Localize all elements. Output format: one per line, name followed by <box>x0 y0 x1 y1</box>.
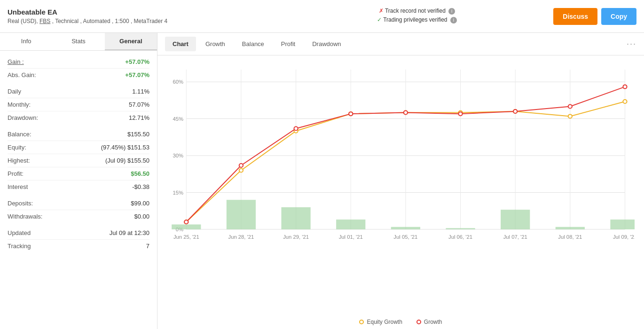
trading-privileges-status: ✓ Trading privileges verified i <box>281 16 554 24</box>
copy-button[interactable]: Copy <box>601 8 636 25</box>
chart-tab-profit[interactable]: Profit <box>274 37 303 51</box>
svg-point-45 <box>623 85 627 89</box>
svg-point-43 <box>513 110 517 113</box>
svg-rect-26 <box>556 227 585 229</box>
svg-text:60%: 60% <box>173 79 184 85</box>
tab-info[interactable]: Info <box>0 33 52 50</box>
svg-rect-23 <box>391 227 420 229</box>
chart-tab-growth[interactable]: Growth <box>198 37 233 51</box>
highest-value: (Jul 09) $155.50 <box>105 157 149 164</box>
abs-gain-value: +57.07% <box>125 71 149 78</box>
tracking-value: 7 <box>146 243 149 250</box>
svg-rect-21 <box>281 207 310 229</box>
svg-rect-22 <box>336 219 365 229</box>
highest-label: Highest: <box>8 157 30 164</box>
monthly-label: Monthly: <box>8 101 31 108</box>
svg-text:Jun 28, '21: Jun 28, '21 <box>228 234 254 240</box>
svg-rect-25 <box>501 210 530 229</box>
interest-value: -$0.38 <box>132 183 149 190</box>
drawdown-label: Drawdown: <box>8 114 38 121</box>
equity-growth-label: Equity Growth <box>367 319 402 325</box>
chart-tab-balance[interactable]: Balance <box>235 37 272 51</box>
svg-point-38 <box>239 164 243 167</box>
equity-label: Equity: <box>8 144 26 151</box>
daily-label: Daily <box>8 88 21 95</box>
svg-text:30%: 30% <box>173 153 184 158</box>
updated-label: Updated <box>8 229 31 236</box>
svg-point-37 <box>184 220 188 224</box>
deposits-label: Deposits: <box>8 200 33 207</box>
svg-text:Jul 09, '21: Jul 09, '21 <box>613 234 635 240</box>
page-title: Unbeatable EA <box>8 8 281 16</box>
svg-point-42 <box>458 112 462 116</box>
svg-rect-20 <box>227 200 256 229</box>
svg-point-39 <box>294 127 298 131</box>
svg-text:Jul 06, '21: Jul 06, '21 <box>448 234 472 240</box>
svg-text:Jul 08, '21: Jul 08, '21 <box>558 234 582 240</box>
discuss-button[interactable]: Discuss <box>553 8 597 25</box>
legend-growth: Growth <box>416 319 442 325</box>
legend-equity-growth: Equity Growth <box>359 319 402 325</box>
drawdown-value: 12.71% <box>129 114 149 121</box>
svg-point-41 <box>404 111 408 115</box>
account-details: Real (USD), FBS , Technical , Automated … <box>8 18 281 24</box>
monthly-value: 57.07% <box>129 101 149 108</box>
svg-text:Jul 07, '21: Jul 07, '21 <box>503 234 527 240</box>
svg-text:45%: 45% <box>173 116 184 122</box>
track-record-status: ✗ Track record not verified i <box>281 8 554 15</box>
svg-point-29 <box>239 168 243 172</box>
withdrawals-value: $0.00 <box>134 213 149 220</box>
svg-point-44 <box>568 104 572 108</box>
svg-rect-19 <box>172 225 201 229</box>
trading-privileges-info-icon[interactable]: i <box>450 17 457 24</box>
chart-container: 0%15%30%45%60%Jun 25, '21Jun 28, '21Jun … <box>157 55 644 315</box>
tab-stats[interactable]: Stats <box>52 33 104 50</box>
equity-value: (97.45%) $151.53 <box>101 144 149 151</box>
profit-label: Profit: <box>8 170 24 177</box>
withdrawals-label: Withdrawals: <box>8 213 42 220</box>
svg-point-35 <box>568 114 572 118</box>
chart-tab-drawdown[interactable]: Drawdown <box>305 37 348 51</box>
balance-value: $155.50 <box>127 131 149 138</box>
equity-growth-dot <box>359 320 364 324</box>
chart-more-options[interactable]: ··· <box>627 39 636 49</box>
svg-point-36 <box>623 100 627 103</box>
svg-text:Jun 25, '21: Jun 25, '21 <box>173 234 199 240</box>
gain-value: +57.07% <box>125 58 149 65</box>
daily-value: 1.11% <box>132 88 149 95</box>
profit-value: $56.50 <box>131 170 149 177</box>
tracking-label: Tracking <box>8 243 31 250</box>
updated-value: Jul 09 at 12:30 <box>110 229 149 236</box>
chart-tabs: Chart Growth Balance Profit Drawdown ··· <box>157 33 644 55</box>
growth-dot <box>416 320 421 324</box>
interest-label: Interest <box>8 183 28 190</box>
svg-text:Jun 29, '21: Jun 29, '21 <box>283 234 309 240</box>
svg-point-40 <box>349 112 353 116</box>
gain-label: Gain : <box>8 58 24 65</box>
abs-gain-label: Abs. Gain: <box>8 71 36 78</box>
balance-label: Balance: <box>8 131 31 138</box>
svg-text:15%: 15% <box>173 190 184 196</box>
sidebar-tabs: Info Stats General <box>0 33 157 51</box>
chart-legend: Equity Growth Growth <box>157 315 644 329</box>
track-record-info-icon[interactable]: i <box>448 8 455 15</box>
svg-rect-27 <box>610 219 635 229</box>
svg-text:Jul 01, '21: Jul 01, '21 <box>339 234 363 240</box>
svg-text:Jul 05, '21: Jul 05, '21 <box>393 234 417 240</box>
chart-tab-chart[interactable]: Chart <box>165 37 196 51</box>
deposits-value: $99.00 <box>131 200 149 207</box>
growth-label: Growth <box>424 319 442 325</box>
tab-general[interactable]: General <box>105 33 157 50</box>
svg-rect-24 <box>446 228 475 229</box>
